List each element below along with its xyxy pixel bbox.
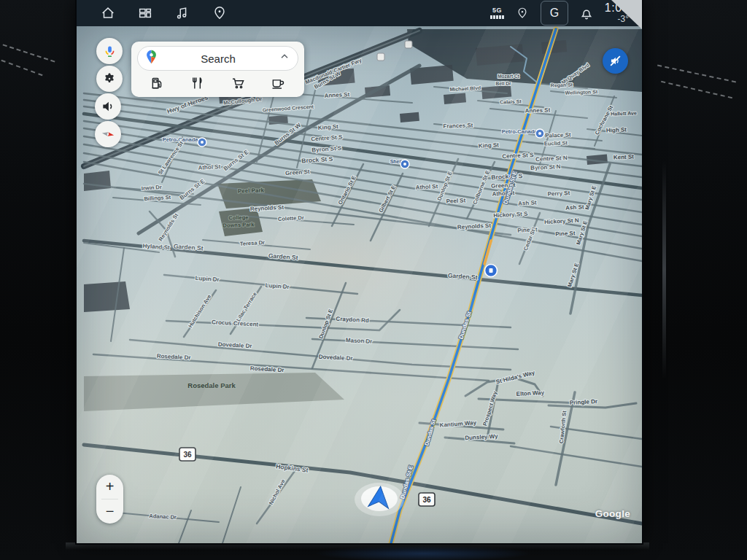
dash-stitching-left — [3, 44, 55, 62]
map-label: Pine St — [555, 230, 576, 237]
search-input[interactable]: Search — [137, 46, 298, 71]
dash-ledge — [66, 542, 649, 550]
map-label: Adanac Dr — [149, 513, 177, 521]
map-label: Hopkins St — [276, 462, 309, 473]
map-label: Byron St N — [530, 163, 561, 171]
park-area — [84, 171, 111, 191]
map-label: Teresa Dr — [240, 239, 266, 247]
location-pin-icon[interactable] — [212, 5, 228, 21]
map-label: Kent St — [614, 154, 635, 161]
dash-trim — [662, 160, 666, 379]
zoom-in-button[interactable]: + — [96, 475, 123, 499]
map-label: Athol St — [198, 163, 220, 171]
map-label: Greenwood Crescent — [262, 104, 314, 113]
building — [400, 112, 419, 122]
map-label: Nichol Ave — [268, 478, 287, 506]
map-label: Rosedale Park — [187, 381, 236, 389]
map-label: Mozart Ct — [498, 74, 519, 79]
signal-bars — [490, 15, 504, 19]
map-label: Brock St S — [491, 172, 523, 181]
music-note-icon[interactable] — [174, 5, 190, 21]
dash-corner-reflection — [611, 0, 642, 29]
map-label: Dunlop St E — [436, 171, 454, 202]
on-route-marker-glyph — [489, 268, 493, 273]
map-label: Reynolds St — [250, 204, 285, 212]
map-label: Bell Dr — [496, 81, 511, 86]
app-grid-icon[interactable] — [137, 5, 153, 21]
location-status-icon — [514, 5, 530, 21]
map-layer: Hwy of HeroesMacdonald-Cartier FwyMcCull… — [77, 26, 642, 543]
map-canvas[interactable]: Hwy of HeroesMacdonald-Cartier FwyMcCull… — [77, 26, 642, 543]
map-label: Dovedale Dr — [319, 354, 353, 362]
map-label: Petro-Canada — [502, 128, 538, 135]
search-card: Search — [131, 42, 304, 97]
map-label: Rosedale Dr — [250, 365, 285, 373]
map-label: Mason Dr — [346, 337, 373, 345]
map-label: High St — [606, 127, 627, 134]
map-label: Dunsley Wy — [465, 433, 498, 441]
map-label: Lilac Terrace — [235, 291, 258, 323]
map-label: Frances St — [443, 122, 473, 129]
map-label: Hyland St — [142, 243, 170, 252]
park-area — [84, 281, 130, 312]
map-label: Palace St — [545, 131, 571, 139]
shopping-cart-icon[interactable] — [225, 74, 250, 93]
car-dashboard: { "status_bar": { "time": "1:03", "tempe… — [0, 0, 747, 560]
map-label: Pringle Dr — [570, 398, 598, 406]
map-label: Perry St — [547, 190, 570, 198]
route-shield-number: 36 — [183, 451, 192, 459]
settings-button[interactable] — [96, 66, 123, 92]
map-label: Garden St — [448, 272, 478, 281]
map-label: Peel Park — [238, 187, 265, 194]
map-label: Craydon Rd — [336, 316, 369, 324]
quick-actions-row — [137, 71, 298, 94]
network-indicator: 5G — [490, 7, 504, 19]
map-label: Lupin Dr — [265, 282, 289, 290]
volume-button[interactable] — [95, 93, 121, 120]
road-minor — [511, 446, 642, 467]
freeway-shield-icon — [377, 53, 384, 61]
coffee-icon[interactable] — [266, 74, 290, 93]
road-minor — [179, 510, 191, 543]
road-route — [391, 29, 556, 543]
map-label: Ash St — [518, 199, 537, 206]
map-label: Euclid St — [544, 139, 568, 147]
map-label: Crocus Crescent — [212, 319, 259, 327]
notifications-bell-icon[interactable] — [578, 5, 595, 21]
zoom-out-button[interactable]: − — [96, 499, 123, 524]
map-label: Ontario St E — [337, 175, 357, 206]
poi-marker-dot — [201, 141, 204, 144]
network-label: 5G — [492, 7, 502, 14]
road-minor — [222, 487, 241, 543]
map-label: Colette Dr — [278, 214, 304, 222]
map-label: Elton Way — [516, 389, 544, 397]
poi-marker-dot — [403, 163, 406, 166]
map-label: Hallett Ave — [611, 110, 637, 116]
infotainment-screen: 5G G 1:03 -3° Hwy of H — [77, 0, 642, 543]
building — [444, 93, 466, 104]
home-icon[interactable] — [100, 5, 116, 21]
chevron-up-icon[interactable] — [279, 51, 290, 66]
map-label: Gilbert St E — [377, 184, 397, 214]
voice-guidance-mute-button[interactable] — [603, 48, 628, 74]
dash-stitching-right — [657, 65, 736, 83]
restaurants-icon[interactable] — [185, 74, 210, 93]
map-label: Athol St — [415, 183, 438, 191]
google-account-button[interactable]: G — [541, 1, 568, 26]
compass-button[interactable] — [95, 121, 121, 147]
map-label: Byron St S — [311, 145, 342, 154]
map-label: Hickory St S — [493, 211, 528, 219]
google-maps-pin-icon — [145, 50, 158, 67]
map-label: Calais St — [500, 98, 522, 104]
dash-stitching-right — [661, 81, 732, 98]
voice-assistant-button[interactable] — [96, 38, 123, 64]
gas-station-icon[interactable] — [145, 74, 170, 93]
zoom-controls: + − — [96, 475, 123, 524]
road-minor — [288, 93, 412, 103]
search-placeholder: Search — [158, 52, 279, 65]
map-label: Annes St — [324, 91, 349, 99]
map-label: Brock St S — [301, 155, 333, 164]
freeway-shield-icon — [405, 41, 412, 48]
road-minor — [164, 275, 357, 294]
status-bar: 5G G 1:03 -3° — [77, 0, 642, 26]
